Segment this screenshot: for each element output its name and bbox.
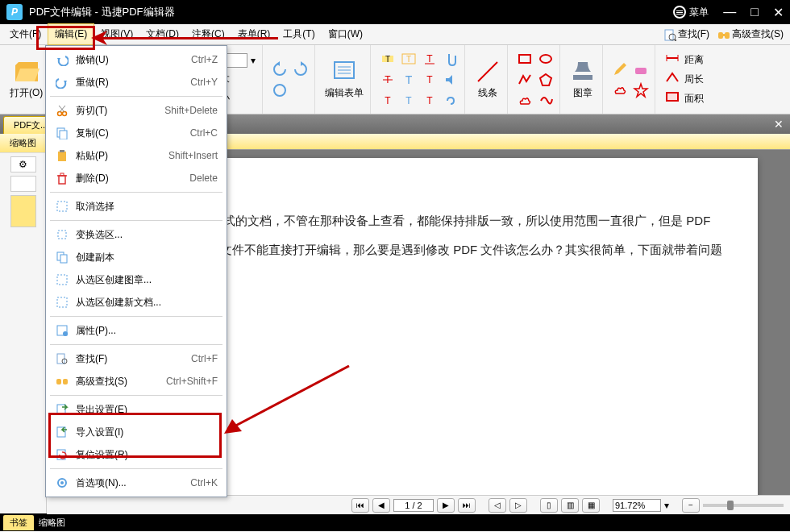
bookmark-tab[interactable]: 书签 [3,515,34,530]
menu-edit[interactable]: 编辑(E) [48,23,94,45]
menu-import-settings[interactable]: 导入设置(I) [48,421,224,443]
adv-find-button[interactable]: 高级查找(S) [714,26,787,43]
text-tool-button[interactable]: T [400,71,418,89]
pencil-button[interactable] [611,60,629,78]
text-strikethrough-button[interactable]: T [379,71,397,89]
svg-line-35 [478,62,497,81]
menu-reset-settings[interactable]: 复位设置(R)... [48,443,224,466]
menu-cut[interactable]: 剪切(T)Shift+Delete [48,99,224,122]
rotate-180-button[interactable] [271,81,289,99]
menu-properties[interactable]: 属性(P)... [48,319,224,342]
text-underline-button[interactable]: T [421,50,439,68]
svg-rect-66 [63,379,68,384]
copy-label: 复制(C) [76,127,184,140]
rotate-right-icon [293,61,309,77]
binoculars-icon [717,28,730,41]
svg-rect-56 [58,231,66,239]
cloud-shape-button[interactable] [516,92,534,110]
side-tool-icon[interactable] [10,176,36,192]
menu-document[interactable]: 文档(D) [139,24,185,44]
rotate-left-button[interactable] [271,60,289,78]
undo-shortcut: Ctrl+Z [191,54,218,65]
export-label: 导出设置(E) [76,403,218,417]
menu-transform[interactable]: 变换选区... [48,223,224,246]
open-button[interactable]: 打开(O) [8,57,44,102]
menu-file[interactable]: 文件(F) [3,24,48,44]
menu-copy[interactable]: 复制(C)Ctrl+C [48,122,224,144]
menu-find[interactable]: 查找(F)Ctrl+F [48,347,224,370]
polyline-button[interactable] [516,71,534,89]
layout-facing-button[interactable]: ▦ [582,498,600,513]
zoom-input[interactable] [613,499,661,512]
rotate-right-button[interactable] [292,60,310,78]
layout-cont-button[interactable]: ▥ [561,498,579,513]
svg-point-62 [63,331,68,336]
menu-export-settings[interactable]: 导出设置(E) [48,398,224,421]
attachment-button[interactable] [442,50,459,68]
next-page-button[interactable]: ▶ [437,498,455,513]
ellipse-shape-button[interactable] [537,50,555,68]
zoom-out-mini-button[interactable]: − [682,498,700,513]
find-button[interactable]: 查找(F) [660,26,713,43]
zoom-dropdown-icon[interactable]: ▾ [664,500,669,511]
distance-button[interactable]: 距离 [663,52,705,69]
polygon-button[interactable] [537,71,555,89]
menu-create-doc[interactable]: 从选区创建新文档... [48,291,224,314]
close-icon[interactable]: ✕ [773,5,784,20]
text-highlight-button[interactable]: T [379,50,397,68]
line-icon [475,59,501,85]
star-button[interactable] [632,81,650,99]
text-caret-button[interactable]: T [421,71,439,89]
folder-open-icon [14,59,40,85]
menu-preferences[interactable]: 首选项(N)...Ctrl+K [48,472,224,494]
menu-undo[interactable]: 撤销(U)Ctrl+Z [48,48,224,71]
highlight-cloud-button[interactable] [611,81,629,99]
first-page-button[interactable]: ⏮ [351,498,369,513]
menu-adv-find[interactable]: 高级查找(S)Ctrl+Shift+F [48,370,224,393]
text-box-button[interactable]: T [400,50,418,68]
text-squiggly-button[interactable]: T [421,92,439,110]
maximize-icon[interactable]: □ [750,5,759,19]
last-page-button[interactable]: ⏭ [458,498,476,513]
link-button[interactable] [442,92,459,110]
menu-create-stamp[interactable]: 从选区创建图章... [48,268,224,291]
side-thumb-1[interactable] [10,195,36,227]
text-insert-button[interactable]: T [400,92,418,110]
rect-shape-button[interactable] [516,50,534,68]
zoom-slider[interactable] [703,504,784,507]
page-input[interactable] [393,499,434,512]
lines-button[interactable]: 线条 [473,57,502,102]
menu-deselect[interactable]: 取消选择 [48,195,224,218]
stamp-button[interactable]: 图章 [568,57,597,102]
edit-form-button[interactable]: 编辑表单 [323,57,365,102]
menu-redo[interactable]: 重做(R)Ctrl+Y [48,71,224,94]
menu-paste[interactable]: 粘贴(P)Shift+Insert [48,144,224,167]
area-button[interactable]: 面积 [663,90,705,108]
app-menu-button[interactable]: 菜单 [673,6,709,19]
menu-window[interactable]: 窗口(W) [322,24,369,44]
nav-back-button[interactable]: ◁ [489,498,506,513]
freeform-button[interactable] [537,92,555,110]
svg-rect-36 [519,55,530,63]
menu-comment[interactable]: 注释(C) [185,24,231,44]
sound-button[interactable] [442,71,459,89]
menu-delete[interactable]: 删除(D)Delete [48,167,224,189]
tab-close-icon[interactable]: ✕ [774,118,784,131]
cut-label: 剪切(T) [76,104,158,118]
layout-single-button[interactable]: ▯ [540,498,558,513]
side-gear-icon[interactable]: ⚙ [10,156,36,172]
menu-form[interactable]: 表单(R) [231,24,277,44]
minimize-icon[interactable]: — [723,5,736,19]
dropdown-icon[interactable]: ▾ [251,55,256,66]
sidebar-thumbnail-tab[interactable]: 缩略图 [0,134,46,153]
eraser-button[interactable] [632,60,650,78]
text-replace-button[interactable]: T [379,92,397,110]
menu-duplicate[interactable]: 创建副本 [48,246,224,268]
distance-label: 距离 [684,53,704,67]
perimeter-button[interactable]: 周长 [663,71,705,89]
menu-tool[interactable]: 工具(T) [276,24,321,44]
transform-icon [55,227,69,242]
prev-page-button[interactable]: ◀ [372,498,390,513]
nav-forward-button[interactable]: ▷ [509,498,527,513]
thumb-tab[interactable]: 缩略图 [39,517,65,529]
